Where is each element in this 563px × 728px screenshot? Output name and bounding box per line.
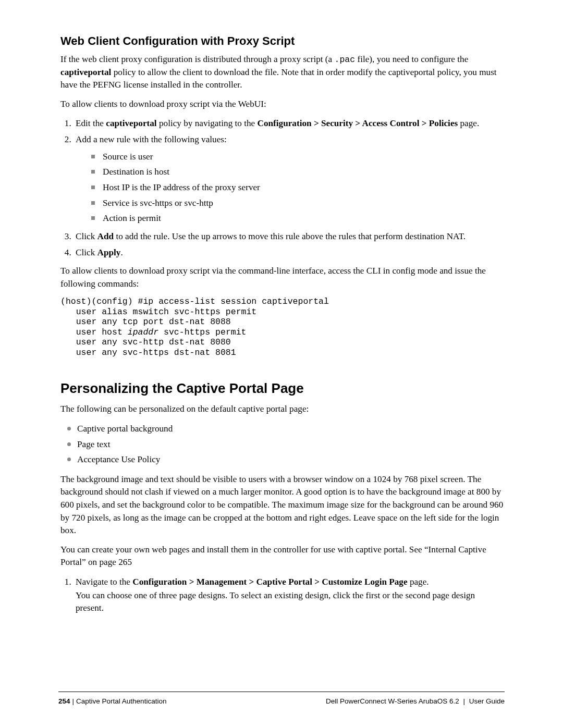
doc-type: User Guide: [469, 697, 505, 705]
document-page: Web Client Configuration with Proxy Scri…: [0, 0, 563, 728]
text: page.: [458, 118, 479, 128]
list-item: Page text: [66, 438, 505, 452]
bold-text: captiveportal: [60, 67, 111, 77]
list-item: Captive portal background: [66, 422, 505, 436]
list-item: Source is user: [91, 150, 505, 164]
text: Click: [76, 248, 97, 257]
text: Navigate to the: [76, 577, 132, 587]
text: .: [120, 248, 123, 257]
list-item: Service is svc-https or svc-http: [91, 196, 505, 211]
list-item: Navigate to the Configuration > Manageme…: [74, 575, 505, 615]
footer-left: 254|Captive Portal Authentication: [58, 697, 166, 705]
text: Edit the: [76, 118, 106, 128]
bullet-list: Captive portal background Page text Acce…: [60, 422, 505, 467]
code-line: user any tcp port dst-nat 8088: [60, 317, 231, 327]
code-line: user alias mswitch svc-https permit: [60, 307, 256, 317]
bold-text: captiveportal: [106, 118, 156, 128]
code-block: (host)(config) #ip access-list session c…: [60, 297, 505, 357]
bold-text: Configuration > Security > Access Contro…: [258, 118, 458, 128]
footer-rule: [58, 692, 505, 692]
code-line: user any svc-https dst-nat 8081: [60, 348, 236, 357]
paragraph: To allow clients to download proxy scrip…: [60, 98, 505, 111]
list-item: Action is permit: [91, 212, 505, 226]
list-item: Edit the captiveportal policy by navigat…: [74, 117, 505, 131]
text: policy to allow the client to download t…: [60, 67, 497, 90]
text: policy by navigating to the: [157, 118, 258, 128]
code-inline: .pac: [335, 55, 356, 65]
paragraph: The background image and text should be …: [60, 473, 505, 537]
ordered-list: Edit the captiveportal policy by navigat…: [60, 117, 505, 260]
text: Add a new rule with the following values…: [76, 134, 227, 144]
list-item: Click Apply.: [74, 246, 505, 260]
code-line: user host ipaddr svc-https permit: [60, 327, 246, 337]
paragraph: The following can be personalized on the…: [60, 403, 505, 416]
list-item: Host IP is the IP address of the proxy s…: [91, 181, 505, 195]
paragraph: If the web client proxy configuration is…: [60, 53, 505, 92]
divider: |: [72, 697, 75, 705]
bold-text: Apply: [97, 248, 121, 257]
list-item: Click Add to add the rule. Use the up ar…: [74, 230, 505, 244]
section-heading-proxy: Web Client Configuration with Proxy Scri…: [60, 34, 505, 48]
bold-text: Add: [97, 231, 114, 241]
footer-row: 254|Captive Portal Authentication Dell P…: [58, 697, 505, 705]
list-item: Add a new rule with the following values…: [74, 133, 505, 226]
paragraph: You can create your own web pages and in…: [60, 544, 505, 569]
footer-right: Dell PowerConnect W-Series ArubaOS 6.2 |…: [326, 697, 505, 705]
code-line: user any svc-http dst-nat 8080: [60, 337, 231, 347]
product-name: Dell PowerConnect W-Series ArubaOS 6.2: [326, 697, 459, 705]
list-item: Destination is host: [91, 165, 505, 179]
sub-list: Source is user Destination is host Host …: [76, 150, 505, 226]
divider: |: [461, 697, 467, 705]
section-heading-personalizing: Personalizing the Captive Portal Page: [60, 380, 505, 397]
ordered-list: Navigate to the Configuration > Manageme…: [60, 575, 505, 615]
code-line: (host)(config) #ip access-list session c…: [60, 297, 329, 306]
list-item: Acceptance Use Policy: [66, 453, 505, 467]
text: page.: [408, 577, 429, 587]
chapter-title: Captive Portal Authentication: [76, 697, 166, 705]
paragraph: To allow clients to download proxy scrip…: [60, 265, 505, 290]
text: to add the rule. Use the up arrows to mo…: [114, 231, 466, 241]
page-footer: 254|Captive Portal Authentication Dell P…: [58, 692, 505, 705]
sub-paragraph: You can choose one of three page designs…: [76, 589, 505, 615]
bold-text: Configuration > Management > Captive Por…: [132, 577, 407, 587]
page-number: 254: [58, 697, 70, 705]
text: If the web client proxy configuration is…: [60, 54, 335, 64]
text: file), you need to configure the: [355, 54, 468, 64]
text: Click: [76, 231, 97, 241]
